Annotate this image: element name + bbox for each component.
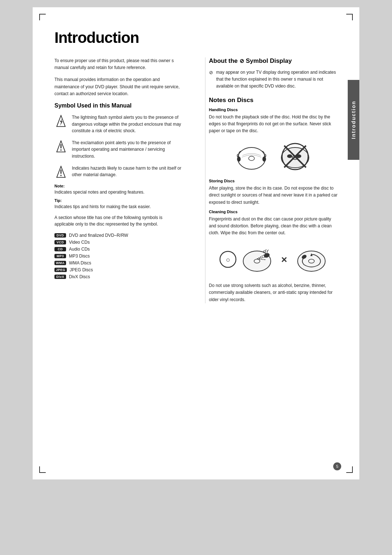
ok-circle-icon: ○ [219,248,237,270]
clean-wrong-icon [295,243,328,276]
intro-para-1: To ensure proper use of this product, pl… [54,57,183,71]
disc-row-vcd: VCD Video CDs [54,240,183,245]
svg-rect-7 [61,175,62,176]
mp3-badge: MP3 [54,254,66,258]
about-title: About the ⊘ Symbol Display [209,57,338,65]
svg-rect-3 [61,144,62,149]
note-section: Note: Indicates special notes and operat… [54,184,183,195]
cleaning-text: Fingerprints and dust on the disc can ca… [209,216,338,237]
disc-row-dvd: DVD DVD and finalized DVD–R/RW [54,233,183,238]
tip-label: Tip: [54,198,183,203]
disc-correct-icon [235,140,268,173]
symbol-section-title: Symbol Used in this Manual [54,102,183,109]
cd-badge: CD [54,247,66,251]
svg-rect-6 [61,169,62,174]
mp3-label: MP3 Discs [69,254,90,259]
corner-mark-bl [39,466,46,473]
disc-types-list: DVD DVD and finalized DVD–R/RW VCD Video… [54,233,183,279]
hazard-icon [54,165,68,179]
side-tab: Introduction [348,80,359,160]
disc-row-divx: DivX DivX Discs [54,274,183,279]
applicable-text: A section whose title has one of the fol… [54,214,183,228]
svg-point-11 [262,157,266,162]
note-text: Indicates special notes and operating fe… [54,189,183,195]
jpeg-label: JPEG Discs [70,267,93,272]
note-label: Note: [54,184,183,188]
tip-text: Indicates tips and hints for making the … [54,203,183,210]
intro-para-2: This manual provides information on the … [54,76,183,97]
svg-text:○: ○ [226,256,230,264]
disc-row-mp3: MP3 MP3 Discs [54,254,183,259]
page: Introduction 5 Introduction To ensure pr… [33,7,359,479]
notes-title: Notes on Discs [209,97,338,104]
divx-badge: DivX [54,275,66,279]
svg-point-14 [287,154,292,158]
side-tab-label: Introduction [351,101,356,139]
exclamation-icon [54,139,68,153]
disc-row-jpeg: JPEG JPEG Discs [54,267,183,272]
tip-section: Tip: Indicates tips and hints for making… [54,198,183,210]
storing-text: After playing, store the disc in its cas… [209,185,338,206]
right-column: About the ⊘ Symbol Display may appear on… [205,57,338,303]
page-number: 5 [333,462,341,470]
page-title: Introduction [54,29,338,46]
wma-label: WMA Discs [69,260,91,266]
x-mark-icon: × [277,248,291,270]
hazard-symbol-text: Indicates hazards likely to cause harm t… [72,165,183,178]
lightning-symbol-text: The lightning flash symbol alerts you to… [72,114,183,134]
symbol-row-exclamation: The exclamation point alerts you to the … [54,139,183,160]
divx-label: DivX Discs [69,274,90,279]
bottom-text: Do not use strong solvents such as alcoh… [209,282,338,303]
main-content: To ensure proper use of this product, pl… [54,57,338,303]
vcd-badge: VCD [54,240,66,244]
exclamation-symbol-text: The exclamation point alerts you to the … [72,139,183,160]
svg-point-10 [237,157,241,162]
jpeg-badge: JPEG [54,268,67,272]
svg-point-9 [249,156,254,161]
cleaning-title: Cleaning Discs [209,210,338,214]
svg-text:×: × [281,254,287,265]
lightning-icon [54,114,68,128]
handling-disc-images [209,140,338,173]
corner-mark-br [346,466,353,473]
dvd-label: DVD and finalized DVD–R/RW [69,233,128,238]
disc-row-cd: CD Audio CDs [54,247,183,252]
corner-mark-tr [346,14,353,20]
wma-badge: WMA [54,261,66,265]
svg-point-8 [238,147,265,169]
dvd-badge: DVD [54,233,66,238]
svg-marker-1 [60,119,62,126]
disc-row-wma: WMA WMA Discs [54,260,183,266]
symbol-row-lightning: The lightning flash symbol alerts you to… [54,114,183,134]
about-symbol-text: may appear on your TV display during ope… [209,69,338,90]
disc-wrong-icon [279,140,311,173]
svg-rect-4 [61,149,62,151]
handling-text: Do not touch the playback side of the di… [209,114,338,135]
storing-title: Storing Discs [209,179,338,183]
vcd-label: Video CDs [69,240,90,245]
symbol-row-hazard: Indicates hazards likely to cause harm t… [54,165,183,179]
handling-title: Handling Discs [209,108,338,112]
cd-label: Audio CDs [69,247,90,252]
left-column: To ensure proper use of this product, pl… [54,57,191,303]
cleaning-disc-images: ○ × [209,243,338,276]
clean-correct-icon [241,243,273,276]
corner-mark-tl [39,14,46,20]
